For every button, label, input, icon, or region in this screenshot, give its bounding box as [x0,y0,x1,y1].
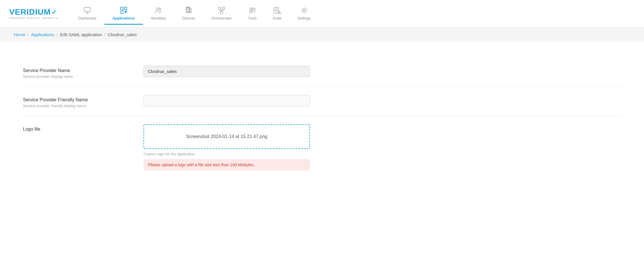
field-row-service-provider-name: Service Provider Name Service provider d… [23,58,621,87]
nav-label-orchestrator: Orchestrator [211,16,232,20]
svg-rect-3 [121,7,123,10]
nav-item-settings[interactable]: Settings [289,3,319,25]
svg-point-26 [253,8,255,10]
nav-item-dashboard[interactable]: Dashboard [70,3,104,25]
nav-label-audit: Audit [273,16,282,20]
logo-tagline: TRUSTED DIGITAL IDENTITY [9,17,58,20]
form-card: Service Provider Name Service provider d… [14,51,630,185]
svg-rect-4 [124,7,127,10]
input-friendly-name[interactable] [143,95,310,106]
nav-label-applications: Applications [112,16,135,20]
svg-point-34 [303,9,305,11]
label-friendly-name: Service Provider Friendly Name [23,97,143,102]
logo-error-message: Please upload a logo with a file size le… [143,159,310,171]
sublabel-service-provider-name: Service provider display name [23,74,143,79]
field-row-friendly-name: Service Provider Friendly Name Service p… [23,87,621,116]
nav-item-devices[interactable]: Devices [174,3,203,25]
breadcrumb-sep1: / [28,32,29,37]
label-service-provider-name: Service Provider Name [23,68,143,73]
breadcrumb-current: Cbodnar_sales [108,32,137,37]
audit-icon [273,6,281,14]
sublabel-logo-file: Custom logo for the application [143,152,621,156]
nav-label-devices: Devices [182,16,195,20]
breadcrumb-edit-saml: Edit SAML application [60,32,102,37]
svg-point-32 [278,11,280,13]
field-row-logo-file: Logo file Screenshot 2024-01-14 at 15.21… [23,116,621,179]
tablet-icon [185,6,193,14]
header: VERIDIUM✓ TRUSTED DIGITAL IDENTITY Dashb… [0,0,644,28]
main-content: Service Provider Name Service provider d… [0,42,644,195]
label-logo-file: Logo file [23,127,143,132]
svg-point-10 [159,8,161,10]
svg-rect-5 [121,11,123,13]
input-service-provider-name[interactable] [143,66,310,77]
breadcrumb-sep3: / [104,32,105,37]
nav-item-audit[interactable]: Audit [265,3,290,25]
nav-label-tools: Tools [248,16,257,20]
nav-label-settings: Settings [297,16,311,20]
gear-icon [300,6,308,14]
svg-rect-16 [218,7,221,9]
svg-point-9 [156,8,158,10]
logo-filename: Screenshot 2024-01-14 at 15.21.47.png [186,134,267,139]
breadcrumb-home[interactable]: Home [14,32,25,37]
nav-item-identities[interactable]: Identities [143,3,174,25]
logo: VERIDIUM✓ TRUSTED DIGITAL IDENTITY [9,8,61,20]
logo-brand2: DIUM [29,7,51,16]
svg-rect-0 [84,7,90,12]
orchestrator-icon [218,6,226,14]
sublabel-friendly-name: Service provider friendly display name [23,104,143,108]
people-icon [154,6,162,14]
main-nav: Dashboard Applications [70,3,635,25]
logo-brand: VER [9,7,27,16]
nav-label-dashboard: Dashboard [78,16,96,20]
breadcrumb: Home / Applications / Edit SAML applicat… [0,28,644,42]
breadcrumb-sep2: / [57,32,58,37]
svg-line-33 [280,13,281,14]
grid-icon [120,6,128,14]
nav-item-orchestrator[interactable]: Orchestrator [203,3,240,25]
nav-label-identities: Identities [151,16,166,20]
monitor-icon [83,6,91,14]
logo-file-upload[interactable]: Screenshot 2024-01-14 at 15.21.47.png [143,124,310,149]
logo-check-icon: ✓ [51,9,57,16]
breadcrumb-applications[interactable]: Applications [31,32,54,37]
svg-rect-18 [220,11,223,13]
tools-icon [248,6,256,14]
svg-rect-17 [222,7,225,9]
nav-item-applications[interactable]: Applications [104,3,143,25]
nav-item-tools[interactable]: Tools [240,3,265,25]
